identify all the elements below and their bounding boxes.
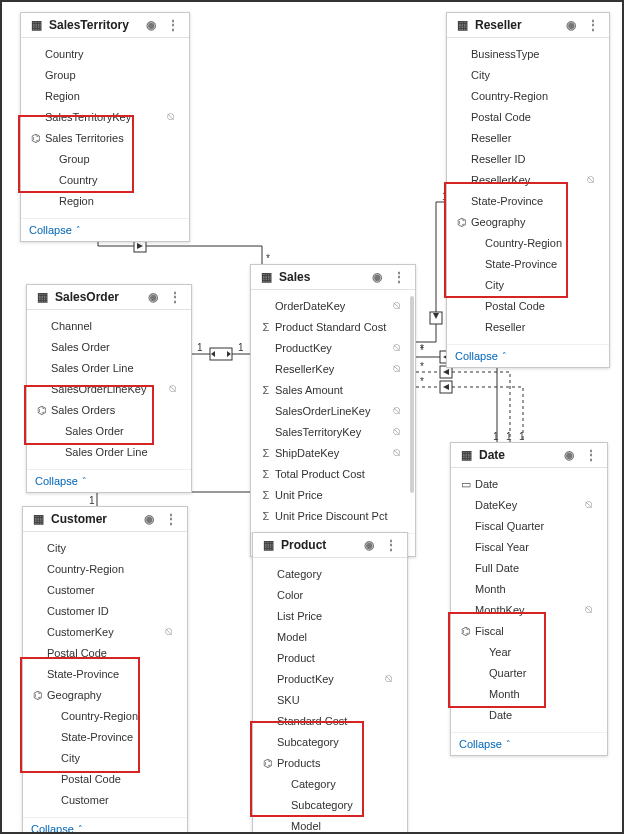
field-row[interactable]: MonthKey⦰ bbox=[451, 600, 607, 621]
hierarchy-level[interactable]: Country bbox=[21, 170, 189, 191]
field-row[interactable]: Postal Code bbox=[447, 107, 609, 128]
collapse-button[interactable]: Collapse˄ bbox=[27, 469, 191, 492]
field-row[interactable]: ΣTotal Product Cost bbox=[251, 464, 415, 485]
more-options-icon[interactable]: ⋮ bbox=[383, 538, 399, 552]
hierarchy-level[interactable]: Group bbox=[21, 149, 189, 170]
table-sales-territory[interactable]: ▦ SalesTerritory ◉ ⋮ Country Group Regio… bbox=[20, 12, 190, 242]
hierarchy-level[interactable]: State-Province bbox=[23, 727, 187, 748]
hierarchy-level[interactable]: Quarter bbox=[451, 663, 607, 684]
field-row[interactable]: Product bbox=[253, 648, 407, 669]
field-row[interactable]: ▭Date bbox=[451, 474, 607, 495]
table-sales[interactable]: ▦ Sales ◉ ⋮ OrderDateKey⦰ ΣProduct Stand… bbox=[250, 264, 416, 557]
field-row[interactable]: Fiscal Year bbox=[451, 537, 607, 558]
field-row[interactable]: Channel bbox=[27, 316, 191, 337]
more-options-icon[interactable]: ⋮ bbox=[167, 290, 183, 304]
hierarchy-level[interactable]: City bbox=[23, 748, 187, 769]
field-row[interactable]: Customer bbox=[23, 580, 187, 601]
field-row[interactable]: ΣSales Amount bbox=[251, 380, 415, 401]
field-row[interactable]: ΣProduct Standard Cost bbox=[251, 317, 415, 338]
field-row[interactable]: Color bbox=[253, 585, 407, 606]
table-reseller[interactable]: ▦ Reseller ◉ ⋮ BusinessType City Country… bbox=[446, 12, 610, 368]
visibility-toggle-icon[interactable]: ◉ bbox=[141, 512, 157, 526]
field-row[interactable]: State-Province bbox=[23, 664, 187, 685]
visibility-toggle-icon[interactable]: ◉ bbox=[143, 18, 159, 32]
field-row[interactable]: List Price bbox=[253, 606, 407, 627]
hierarchy-level[interactable]: Customer bbox=[23, 790, 187, 811]
field-row[interactable]: SKU bbox=[253, 690, 407, 711]
hierarchy-level[interactable]: State-Province bbox=[447, 254, 609, 275]
field-row[interactable]: Sales Order Line bbox=[27, 358, 191, 379]
visibility-toggle-icon[interactable]: ◉ bbox=[369, 270, 385, 284]
more-options-icon[interactable]: ⋮ bbox=[165, 18, 181, 32]
field-row[interactable]: SalesTerritoryKey⦰ bbox=[21, 107, 189, 128]
field-row[interactable]: ΣUnit Price Discount Pct bbox=[251, 506, 415, 527]
hierarchy-level[interactable]: Sales Order Line bbox=[27, 442, 191, 463]
field-row[interactable]: Category bbox=[253, 564, 407, 585]
model-diagram-canvas[interactable]: 1 * 1 1 1 * *** 111 1* 1* ▦ SalesTerrito… bbox=[2, 2, 622, 832]
table-date[interactable]: ▦ Date ◉ ⋮ ▭Date DateKey⦰ Fiscal Quarter… bbox=[450, 442, 608, 756]
hierarchy-row[interactable]: ⌬Sales Territories bbox=[21, 128, 189, 149]
field-row[interactable]: Group bbox=[21, 65, 189, 86]
more-options-icon[interactable]: ⋮ bbox=[585, 18, 601, 32]
hierarchy-level[interactable]: Reseller bbox=[447, 317, 609, 338]
field-row[interactable]: SalesOrderLineKey⦰ bbox=[27, 379, 191, 400]
scrollbar[interactable] bbox=[410, 296, 414, 493]
hierarchy-row[interactable]: ⌬Sales Orders bbox=[27, 400, 191, 421]
collapse-button[interactable]: Collapse˄ bbox=[23, 817, 187, 834]
hierarchy-row[interactable]: ⌬Geography bbox=[447, 212, 609, 233]
field-row[interactable]: Country-Region bbox=[23, 559, 187, 580]
collapse-button[interactable]: Collapse˄ bbox=[447, 344, 609, 367]
table-customer[interactable]: ▦ Customer ◉ ⋮ City Country-Region Custo… bbox=[22, 506, 188, 834]
more-options-icon[interactable]: ⋮ bbox=[583, 448, 599, 462]
field-row[interactable]: SalesTerritoryKey⦰ bbox=[251, 422, 415, 443]
collapse-button[interactable]: Collapse˄ bbox=[21, 218, 189, 241]
field-row[interactable]: Reseller bbox=[447, 128, 609, 149]
hierarchy-level[interactable]: Year bbox=[451, 642, 607, 663]
hierarchy-level[interactable]: City bbox=[447, 275, 609, 296]
hierarchy-row[interactable]: ⌬Fiscal bbox=[451, 621, 607, 642]
hierarchy-level[interactable]: Category bbox=[253, 774, 407, 795]
visibility-toggle-icon[interactable]: ◉ bbox=[561, 448, 577, 462]
field-row[interactable]: Month bbox=[451, 579, 607, 600]
field-row[interactable]: Subcategory bbox=[253, 732, 407, 753]
field-row[interactable]: Full Date bbox=[451, 558, 607, 579]
more-options-icon[interactable]: ⋮ bbox=[163, 512, 179, 526]
hierarchy-level[interactable]: Sales Order bbox=[27, 421, 191, 442]
hierarchy-level[interactable]: Country-Region bbox=[447, 233, 609, 254]
field-row[interactable]: Fiscal Quarter bbox=[451, 516, 607, 537]
field-row[interactable]: Model bbox=[253, 627, 407, 648]
field-row[interactable]: Reseller ID bbox=[447, 149, 609, 170]
hierarchy-row[interactable]: ⌬Geography bbox=[23, 685, 187, 706]
field-row[interactable]: OrderDateKey⦰ bbox=[251, 296, 415, 317]
field-row[interactable]: BusinessType bbox=[447, 44, 609, 65]
field-row[interactable]: Country-Region bbox=[447, 86, 609, 107]
hierarchy-level[interactable]: Subcategory bbox=[253, 795, 407, 816]
field-row[interactable]: ProductKey⦰ bbox=[251, 338, 415, 359]
hierarchy-level[interactable]: Region bbox=[21, 191, 189, 212]
hierarchy-level[interactable]: Postal Code bbox=[447, 296, 609, 317]
field-row[interactable]: ResellerKey⦰ bbox=[447, 170, 609, 191]
table-product[interactable]: ▦ Product ◉ ⋮ Category Color List Price … bbox=[252, 532, 408, 834]
visibility-toggle-icon[interactable]: ◉ bbox=[145, 290, 161, 304]
hierarchy-level[interactable]: Month bbox=[451, 684, 607, 705]
hierarchy-level[interactable]: Postal Code bbox=[23, 769, 187, 790]
hierarchy-level[interactable]: Country-Region bbox=[23, 706, 187, 727]
hierarchy-level[interactable]: Model bbox=[253, 816, 407, 834]
hierarchy-level[interactable]: Date bbox=[451, 705, 607, 726]
table-sales-order[interactable]: ▦ SalesOrder ◉ ⋮ Channel Sales Order Sal… bbox=[26, 284, 192, 493]
field-row[interactable]: ResellerKey⦰ bbox=[251, 359, 415, 380]
field-row[interactable]: ΣUnit Price bbox=[251, 485, 415, 506]
field-row[interactable]: Customer ID bbox=[23, 601, 187, 622]
field-row[interactable]: ΣShipDateKey⦰ bbox=[251, 443, 415, 464]
field-row[interactable]: City bbox=[447, 65, 609, 86]
field-row[interactable]: Country bbox=[21, 44, 189, 65]
hierarchy-row[interactable]: ⌬Products bbox=[253, 753, 407, 774]
field-row[interactable]: City bbox=[23, 538, 187, 559]
collapse-button[interactable]: Collapse˄ bbox=[451, 732, 607, 755]
field-row[interactable]: Postal Code bbox=[23, 643, 187, 664]
field-row[interactable]: DateKey⦰ bbox=[451, 495, 607, 516]
field-row[interactable]: Region bbox=[21, 86, 189, 107]
field-row[interactable]: ProductKey⦰ bbox=[253, 669, 407, 690]
field-row[interactable]: State-Province bbox=[447, 191, 609, 212]
field-row[interactable]: Standard Cost bbox=[253, 711, 407, 732]
